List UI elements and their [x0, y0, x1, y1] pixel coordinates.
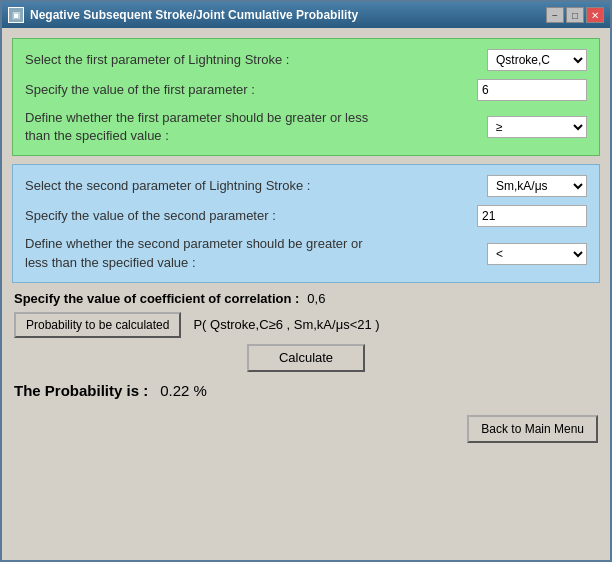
window-title: Negative Subsequent Stroke/Joint Cumulat…	[30, 8, 358, 22]
bottom-section: Specify the value of coefficient of corr…	[12, 291, 600, 403]
param1-select[interactable]: Qstroke,C Sm,kA/μs Im,kA tm,μs	[487, 49, 587, 71]
param1-compare-select[interactable]: ≥ ≤ > <	[487, 116, 587, 138]
calculate-row: Calculate	[14, 344, 598, 372]
result-label: The Probability is :	[14, 382, 148, 399]
title-bar: ▣ Negative Subsequent Stroke/Joint Cumul…	[2, 2, 610, 28]
result-row: The Probability is : 0.22 %	[14, 378, 598, 403]
param1-value-label: Specify the value of the first parameter…	[25, 81, 255, 99]
result-value: 0.22 %	[160, 382, 207, 399]
second-parameter-panel: Select the second parameter of Lightning…	[12, 164, 600, 282]
title-buttons: − □ ✕	[546, 7, 604, 23]
param1-value-row: Specify the value of the first parameter…	[25, 79, 587, 101]
param1-input[interactable]	[477, 79, 587, 101]
calculate-button[interactable]: Calculate	[247, 344, 365, 372]
probability-formula: P( Qstroke,C≥6 , Sm,kA/μs<21 )	[193, 317, 379, 332]
window-icon: ▣	[8, 7, 24, 23]
param2-select-row: Select the second parameter of Lightning…	[25, 175, 587, 197]
param1-select-label: Select the first parameter of Lightning …	[25, 51, 289, 69]
coefficient-value: 0,6	[307, 291, 325, 306]
param2-value-row: Specify the value of the second paramete…	[25, 205, 587, 227]
close-button[interactable]: ✕	[586, 7, 604, 23]
param2-value-label: Specify the value of the second paramete…	[25, 207, 276, 225]
back-to-main-button[interactable]: Back to Main Menu	[467, 415, 598, 443]
param2-select[interactable]: Sm,kA/μs Qstroke,C Im,kA tm,μs	[487, 175, 587, 197]
coefficient-label: Specify the value of coefficient of corr…	[14, 291, 299, 306]
coefficient-row: Specify the value of coefficient of corr…	[14, 291, 598, 306]
param1-compare-row: Define whether the first parameter shoul…	[25, 109, 587, 145]
footer-row: Back to Main Menu	[12, 411, 600, 447]
maximize-button[interactable]: □	[566, 7, 584, 23]
param2-compare-label: Define whether the second parameter shou…	[25, 235, 385, 271]
param2-select-label: Select the second parameter of Lightning…	[25, 177, 310, 195]
param2-compare-row: Define whether the second parameter shou…	[25, 235, 587, 271]
minimize-button[interactable]: −	[546, 7, 564, 23]
first-parameter-panel: Select the first parameter of Lightning …	[12, 38, 600, 156]
param1-compare-label: Define whether the first parameter shoul…	[25, 109, 385, 145]
param2-input[interactable]	[477, 205, 587, 227]
main-window: ▣ Negative Subsequent Stroke/Joint Cumul…	[0, 0, 612, 562]
probability-row: Probability to be calculated P( Qstroke,…	[14, 312, 598, 338]
content-area: Select the first parameter of Lightning …	[2, 28, 610, 560]
param1-select-row: Select the first parameter of Lightning …	[25, 49, 587, 71]
param2-compare-select[interactable]: < ≤ ≥ >	[487, 243, 587, 265]
probability-button[interactable]: Probability to be calculated	[14, 312, 181, 338]
